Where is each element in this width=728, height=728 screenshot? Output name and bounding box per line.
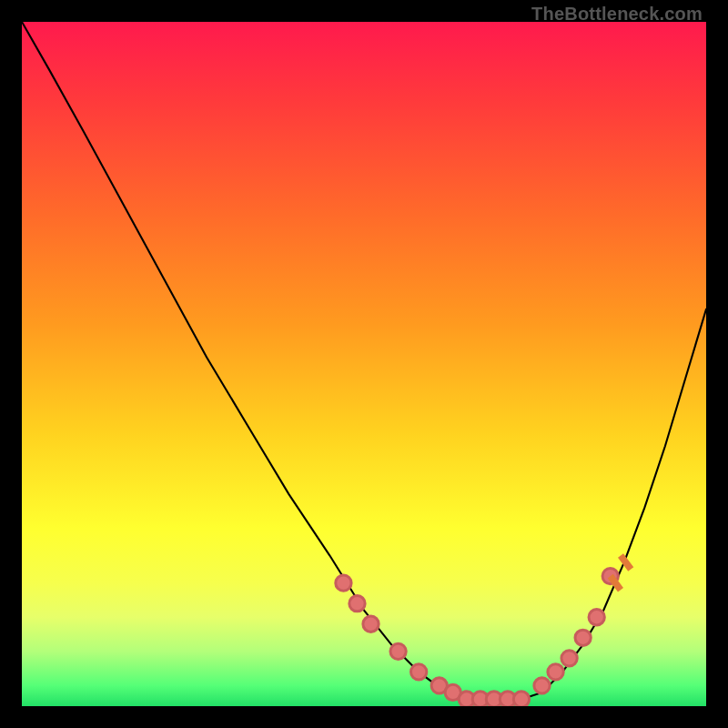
watermark-text: TheBottleneck.com <box>531 4 703 25</box>
gradient-background <box>22 22 706 706</box>
chart-frame: TheBottleneck.com <box>0 0 728 728</box>
